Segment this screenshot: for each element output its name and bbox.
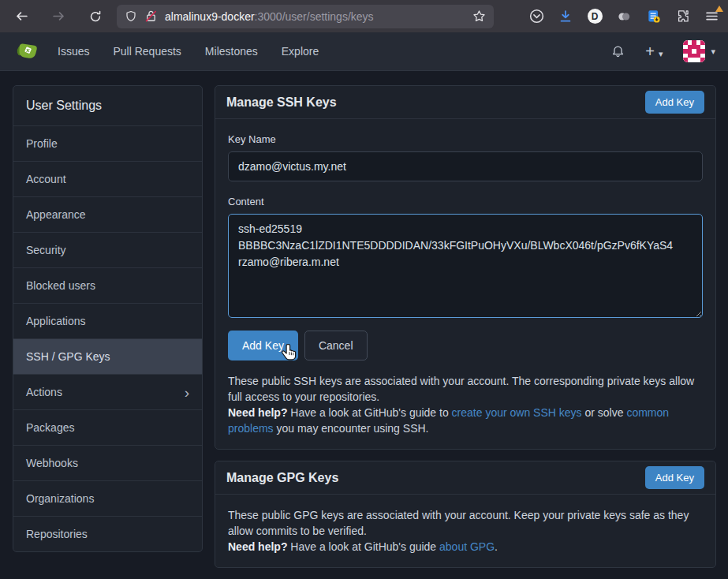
sidebar-item-appearance[interactable]: Appearance xyxy=(13,196,202,232)
forward-arrow-icon xyxy=(52,9,65,23)
gitea-navbar: Issues Pull Requests Milestones Explore … xyxy=(0,32,728,71)
chevron-down-icon: ▾ xyxy=(711,47,715,57)
ssh-guide-link[interactable]: create your own SSH keys xyxy=(452,406,582,419)
main-column: Manage SSH Keys Add Key Key Name Content… xyxy=(215,85,716,568)
nav-explore[interactable]: Explore xyxy=(270,32,330,71)
sidebar-item-applications[interactable]: Applications xyxy=(13,303,202,338)
url-text: almalinux9-docker:3000/user/settings/key… xyxy=(165,10,465,23)
reload-icon xyxy=(89,10,102,23)
ssh-panel-title: Manage SSH Keys xyxy=(226,95,337,110)
sidebar-title: User Settings xyxy=(13,86,202,125)
page-content: User Settings Profile Account Appearance… xyxy=(0,71,728,568)
sidebar-item-account[interactable]: Account xyxy=(13,161,202,196)
user-menu[interactable]: ▾ xyxy=(683,40,715,62)
nav-issues[interactable]: Issues xyxy=(46,32,101,71)
toolbar-extensions-area: D xyxy=(516,8,720,25)
chevron-right-icon: › xyxy=(185,385,189,400)
key-name-label: Key Name xyxy=(228,133,703,145)
sidebar-item-blocked-users[interactable]: Blocked users xyxy=(13,267,202,303)
sidebar-item-repositories[interactable]: Repositories xyxy=(13,516,202,551)
forward-button[interactable] xyxy=(45,6,72,28)
sidebar-item-security[interactable]: Security xyxy=(13,232,202,267)
gpg-keys-panel: Manage GPG Keys Add Key These public GPG… xyxy=(215,461,716,568)
gitea-logo[interactable] xyxy=(14,38,41,65)
ssh-keys-panel: Manage SSH Keys Add Key Key Name Content… xyxy=(215,85,716,450)
menu-hamburger-icon[interactable] xyxy=(703,8,720,25)
reload-button[interactable] xyxy=(82,6,109,28)
need-help-label: Need help? xyxy=(228,540,287,553)
sidebar-item-actions[interactable]: Actions › xyxy=(13,374,202,409)
update-badge xyxy=(715,6,723,12)
translate-extension-icon[interactable] xyxy=(644,8,662,25)
key-content-textarea[interactable]: ssh-ed25519 BBBBC3NzaC1lZDI1NTE5DDDDIDAN… xyxy=(228,214,703,318)
bookmark-star-icon[interactable] xyxy=(472,9,486,23)
settings-sidebar: User Settings Profile Account Appearance… xyxy=(13,85,203,552)
need-help-label: Need help? xyxy=(228,406,287,419)
ssh-panel-body: Key Name Content ssh-ed25519 BBBBC3NzaC1… xyxy=(215,119,715,449)
sidebar-item-webhooks[interactable]: Webhooks xyxy=(13,445,202,480)
url-host: almalinux9-docker xyxy=(165,10,255,23)
gpg-guide-link[interactable]: about GPG xyxy=(439,540,495,553)
gpg-panel-title: Manage GPG Keys xyxy=(226,471,338,485)
download-icon[interactable] xyxy=(557,8,574,25)
key-name-input[interactable] xyxy=(228,151,703,181)
form-buttons: Add Key Cancel xyxy=(228,331,703,360)
nav-milestones[interactable]: Milestones xyxy=(193,32,270,71)
content-label: Content xyxy=(228,196,703,207)
cancel-button[interactable]: Cancel xyxy=(304,331,368,360)
url-bar[interactable]: almalinux9-docker:3000/user/settings/key… xyxy=(117,5,494,28)
screen: almalinux9-docker:3000/user/settings/key… xyxy=(0,0,728,579)
chevron-down-icon: ▾ xyxy=(659,49,663,59)
back-arrow-icon xyxy=(15,9,28,23)
back-button[interactable] xyxy=(8,6,35,28)
sidebar-item-ssh-gpg-keys[interactable]: SSH / GPG Keys xyxy=(13,338,202,374)
sidebar-item-organizations[interactable]: Organizations xyxy=(13,480,202,516)
notifications-bell-icon[interactable] xyxy=(611,45,625,58)
containers-extension-icon[interactable] xyxy=(615,8,633,25)
plus-icon: + xyxy=(645,43,655,61)
ssh-panel-header: Manage SSH Keys Add Key xyxy=(215,86,715,119)
gpg-add-key-toggle-button[interactable]: Add Key xyxy=(645,466,704,489)
gpg-help-text: These public GPG keys are associated wit… xyxy=(228,507,703,555)
shield-icon[interactable] xyxy=(125,10,137,23)
insecure-lock-icon[interactable] xyxy=(144,9,158,23)
url-path: :3000/user/settings/keys xyxy=(255,10,374,23)
gpg-panel-body: These public GPG keys are associated wit… xyxy=(215,495,715,567)
sidebar-item-packages[interactable]: Packages xyxy=(13,409,202,445)
pocket-icon[interactable] xyxy=(528,8,545,25)
sidebar-item-profile[interactable]: Profile xyxy=(13,125,202,161)
avatar xyxy=(683,40,705,62)
navbar-right: + ▾ ▾ xyxy=(611,40,719,62)
ssh-help-text: These public SSH keys are associated wit… xyxy=(228,373,703,436)
extensions-puzzle-icon[interactable] xyxy=(674,8,691,25)
nav-pull-requests[interactable]: Pull Requests xyxy=(101,32,192,71)
create-new-menu[interactable]: + ▾ xyxy=(645,43,663,61)
add-key-submit-button[interactable]: Add Key xyxy=(228,331,298,360)
ssh-add-key-toggle-button[interactable]: Add Key xyxy=(645,91,704,114)
browser-toolbar: almalinux9-docker:3000/user/settings/key… xyxy=(0,0,728,32)
duckduckgo-extension-icon[interactable]: D xyxy=(586,8,603,25)
gpg-panel-header: Manage GPG Keys Add Key xyxy=(215,461,715,495)
